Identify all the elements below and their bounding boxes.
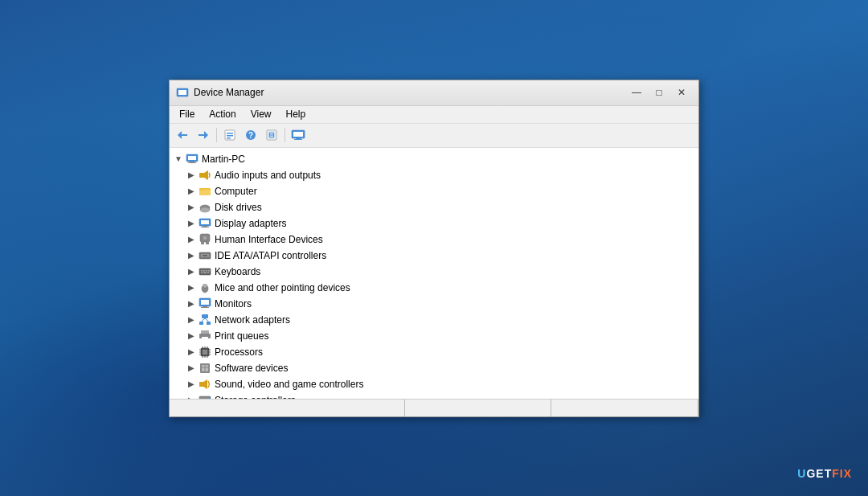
svg-rect-35 bbox=[203, 226, 207, 227]
processor-icon bbox=[199, 346, 211, 359]
sound-expand-arrow: ▶ bbox=[186, 379, 197, 390]
print-label: Print queues bbox=[215, 330, 268, 342]
svg-marker-26 bbox=[204, 170, 208, 180]
maximize-button[interactable]: □ bbox=[649, 84, 669, 100]
tree-item-display[interactable]: ▶ Display adapters bbox=[170, 215, 698, 232]
audio-expand-arrow: ▶ bbox=[186, 170, 197, 181]
svg-rect-88 bbox=[199, 382, 203, 387]
tree-item-sound[interactable]: ▶ Sound, video and game controllers bbox=[170, 376, 698, 392]
help-button[interactable]: ? bbox=[241, 126, 260, 144]
device-tree[interactable]: ▼ Martin-PC ▶ Audio input bbox=[170, 148, 698, 399]
minimize-button[interactable]: — bbox=[626, 84, 647, 100]
disk-expand-arrow: ▶ bbox=[186, 202, 197, 213]
svg-rect-5 bbox=[180, 134, 187, 136]
tree-item-monitors[interactable]: ▶ Monitors bbox=[170, 296, 698, 312]
svg-rect-1 bbox=[178, 90, 186, 95]
hid-expand-arrow: ▶ bbox=[186, 234, 197, 245]
svg-text:?: ? bbox=[248, 131, 253, 140]
svg-line-64 bbox=[202, 318, 206, 322]
software-label: Software devices bbox=[215, 363, 288, 374]
tree-root[interactable]: ▼ Martin-PC bbox=[170, 151, 698, 167]
svg-rect-61 bbox=[202, 314, 208, 318]
svg-line-65 bbox=[205, 318, 209, 322]
tree-item-processor[interactable]: ▶ Proces bbox=[170, 344, 698, 360]
computer-expand-arrow: ▶ bbox=[186, 186, 197, 197]
disk-icon bbox=[199, 201, 211, 214]
audio-icon bbox=[199, 169, 211, 182]
window-title: Device Manager bbox=[194, 87, 621, 98]
svg-rect-49 bbox=[203, 272, 207, 273]
svg-rect-11 bbox=[227, 137, 231, 139]
network-label: Network adapters bbox=[215, 314, 290, 326]
root-expand-arrow: ▼ bbox=[173, 154, 184, 165]
svg-rect-23 bbox=[190, 162, 194, 162]
branding: UGETFIX bbox=[797, 467, 852, 480]
display-icon bbox=[199, 217, 211, 230]
keyboard-expand-arrow: ▶ bbox=[186, 266, 197, 277]
network-icon bbox=[199, 314, 211, 326]
hid-label: Human Interface Devices bbox=[215, 234, 323, 245]
display-label: Display adapters bbox=[215, 218, 286, 229]
svg-rect-3 bbox=[179, 96, 186, 96]
properties-button[interactable] bbox=[220, 126, 240, 144]
window-controls: — □ ✕ bbox=[626, 84, 692, 100]
tree-item-storage[interactable]: ▶ Storage controllers bbox=[170, 392, 698, 399]
disk-label: Disk drives bbox=[215, 202, 262, 213]
app-icon bbox=[176, 86, 189, 99]
svg-rect-39 bbox=[201, 242, 204, 244]
status-section-1 bbox=[170, 400, 405, 416]
display-expand-arrow: ▶ bbox=[186, 218, 197, 229]
tree-item-mouse[interactable]: ▶ Mice and other pointing devices bbox=[170, 280, 698, 296]
menu-view[interactable]: View bbox=[244, 107, 278, 121]
svg-rect-46 bbox=[203, 270, 205, 272]
svg-rect-18 bbox=[293, 132, 303, 137]
tree-item-hid[interactable]: ▶ Human Interface Devices bbox=[170, 232, 698, 248]
folder-icon bbox=[199, 185, 211, 198]
ide-icon bbox=[199, 249, 211, 262]
svg-rect-63 bbox=[207, 322, 211, 325]
svg-rect-44 bbox=[199, 268, 211, 275]
svg-rect-34 bbox=[201, 220, 209, 224]
printer-icon bbox=[199, 330, 211, 342]
svg-rect-68 bbox=[202, 337, 208, 341]
ide-expand-arrow: ▶ bbox=[186, 250, 197, 261]
monitor-icon bbox=[199, 297, 211, 310]
svg-point-32 bbox=[200, 207, 210, 212]
svg-rect-62 bbox=[199, 322, 203, 325]
mouse-label: Mice and other pointing devices bbox=[215, 282, 350, 293]
menu-help[interactable]: Help bbox=[280, 107, 313, 121]
keyboard-label: Keyboards bbox=[215, 266, 260, 277]
sound-label: Sound, video and game controllers bbox=[215, 379, 363, 390]
tree-item-audio[interactable]: ▶ Audio inputs and outputs bbox=[170, 167, 698, 183]
device-view-button[interactable] bbox=[289, 126, 308, 144]
tree-item-keyboard[interactable]: ▶ Keyboards bbox=[170, 264, 698, 280]
keyboard-icon bbox=[199, 265, 211, 278]
tree-item-computer[interactable]: ▶ Computer bbox=[170, 183, 698, 199]
svg-rect-45 bbox=[201, 270, 203, 272]
svg-point-56 bbox=[204, 286, 206, 288]
tree-item-network[interactable]: ▶ Network adapters bbox=[170, 312, 698, 328]
svg-rect-43 bbox=[203, 255, 207, 256]
tree-item-ide[interactable]: ▶ IDE ATA/ATAPI controllers bbox=[170, 248, 698, 264]
svg-rect-19 bbox=[296, 138, 301, 139]
svg-rect-48 bbox=[201, 272, 203, 273]
processor-expand-arrow: ▶ bbox=[186, 346, 197, 358]
tree-item-disk[interactable]: ▶ Disk drives bbox=[170, 199, 698, 215]
svg-rect-58 bbox=[201, 300, 209, 305]
svg-rect-10 bbox=[227, 135, 233, 137]
forward-button[interactable] bbox=[194, 126, 213, 144]
tree-item-print[interactable]: ▶ Print queues bbox=[170, 328, 698, 344]
svg-rect-36 bbox=[201, 227, 209, 228]
back-button[interactable] bbox=[173, 126, 192, 144]
brand-get: GET bbox=[806, 467, 832, 480]
toolbar-separator-1 bbox=[216, 128, 217, 142]
menu-file[interactable]: File bbox=[173, 107, 201, 121]
sound-icon bbox=[199, 378, 211, 391]
svg-rect-40 bbox=[206, 242, 209, 244]
tree-item-software[interactable]: ▶ Software devices bbox=[170, 360, 698, 376]
network-expand-arrow: ▶ bbox=[186, 314, 197, 326]
menu-action[interactable]: Action bbox=[203, 107, 242, 121]
close-button[interactable]: ✕ bbox=[671, 84, 692, 100]
root-label: Martin-PC bbox=[202, 154, 245, 165]
update-driver-button[interactable]: ⊟ bbox=[262, 126, 281, 144]
